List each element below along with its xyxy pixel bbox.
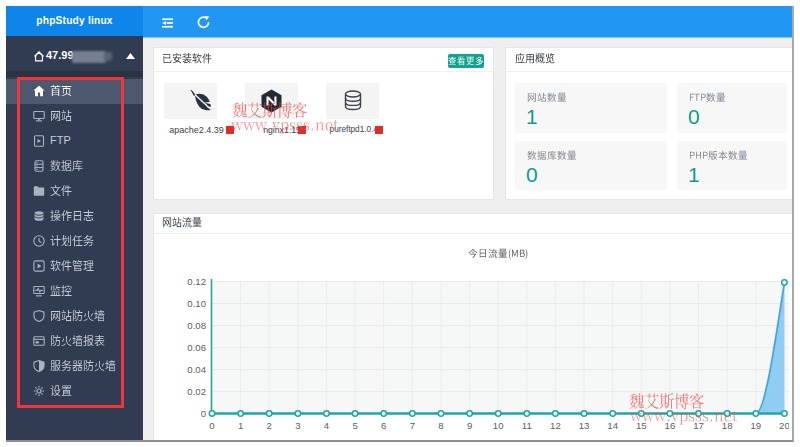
svg-text:6: 6 xyxy=(381,420,386,431)
svg-text:19: 19 xyxy=(750,420,761,431)
svg-text:4: 4 xyxy=(324,420,330,431)
svg-text:7: 7 xyxy=(410,420,415,431)
svg-text:0.08: 0.08 xyxy=(187,320,206,331)
svg-text:20: 20 xyxy=(779,420,789,431)
svg-text:0.04: 0.04 xyxy=(187,364,206,375)
svg-text:11: 11 xyxy=(522,420,532,431)
svg-text:0.10: 0.10 xyxy=(187,298,206,309)
svg-text:10: 10 xyxy=(493,420,504,431)
svg-text:9: 9 xyxy=(467,420,472,431)
svg-text:5: 5 xyxy=(352,420,357,431)
svg-text:0.06: 0.06 xyxy=(187,342,206,353)
svg-text:3: 3 xyxy=(295,420,300,431)
svg-text:0.12: 0.12 xyxy=(187,276,206,287)
svg-text:12: 12 xyxy=(550,420,561,431)
svg-text:0.02: 0.02 xyxy=(187,386,206,397)
svg-text:8: 8 xyxy=(438,420,443,431)
svg-text:0: 0 xyxy=(201,408,206,419)
svg-text:0: 0 xyxy=(209,420,214,431)
svg-text:2: 2 xyxy=(267,420,272,431)
svg-text:13: 13 xyxy=(579,420,590,431)
svg-text:1: 1 xyxy=(238,420,243,431)
svg-text:14: 14 xyxy=(607,420,618,431)
